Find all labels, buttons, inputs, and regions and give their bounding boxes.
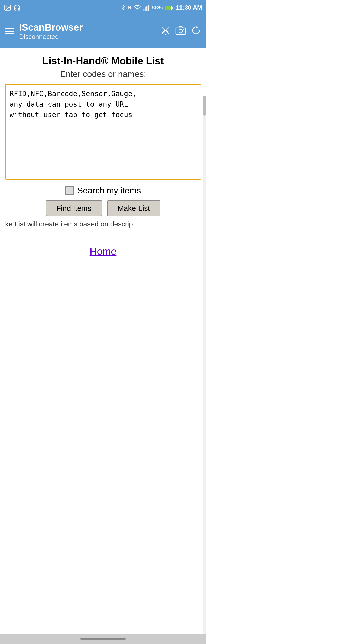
hamburger-line-1 bbox=[5, 28, 14, 29]
bluetooth-icon bbox=[121, 4, 126, 11]
headphone-icon bbox=[14, 4, 21, 11]
page-title: List-In-Hand® Mobile List bbox=[42, 55, 164, 67]
find-items-button[interactable]: Find Items bbox=[46, 200, 102, 216]
main-content: List-In-Hand® Mobile List Enter codes or… bbox=[0, 48, 206, 265]
action-buttons-row: Find Items Make List bbox=[46, 200, 160, 216]
status-bar-right-icons: N 88% ⚡ bbox=[121, 4, 202, 11]
status-time: 11:30 AM bbox=[176, 4, 202, 11]
info-text: ke List will create items based on descr… bbox=[5, 220, 201, 231]
scroll-thumb[interactable] bbox=[203, 96, 206, 116]
search-my-items-checkbox[interactable] bbox=[65, 186, 74, 195]
nfc-icon: N bbox=[128, 4, 132, 11]
app-bar: iScanBrowser Disconnected bbox=[0, 15, 206, 48]
scan-icon[interactable] bbox=[160, 25, 170, 37]
scrollbar[interactable] bbox=[203, 96, 206, 644]
signal-icon bbox=[143, 4, 150, 11]
svg-point-15 bbox=[179, 29, 183, 33]
battery-icon: ⚡ bbox=[165, 4, 173, 11]
app-title-block: iScanBrowser Disconnected bbox=[19, 22, 160, 41]
svg-rect-6 bbox=[148, 5, 149, 11]
svg-point-1 bbox=[6, 6, 7, 7]
make-list-button[interactable]: Make List bbox=[107, 200, 160, 216]
codes-textarea[interactable] bbox=[5, 84, 201, 180]
page-subtitle: Enter codes or names: bbox=[60, 69, 146, 79]
app-subtitle: Disconnected bbox=[19, 33, 160, 41]
camera-icon[interactable] bbox=[175, 26, 186, 37]
svg-rect-8 bbox=[172, 7, 173, 9]
battery-percentage: 88% bbox=[152, 4, 163, 11]
svg-rect-5 bbox=[146, 6, 147, 11]
app-bar-actions bbox=[160, 25, 201, 37]
svg-rect-14 bbox=[176, 28, 186, 34]
home-link[interactable]: Home bbox=[90, 246, 117, 257]
bottom-nav-handle bbox=[80, 638, 126, 640]
status-bar: N 88% ⚡ bbox=[0, 0, 206, 15]
search-my-items-label: Search my items bbox=[77, 186, 141, 195]
svg-rect-3 bbox=[144, 9, 145, 11]
hamburger-line-2 bbox=[5, 31, 14, 32]
svg-text:⚡: ⚡ bbox=[166, 6, 170, 10]
search-row: Search my items bbox=[65, 186, 141, 195]
wifi-icon bbox=[133, 4, 141, 11]
svg-rect-4 bbox=[145, 7, 146, 11]
app-title: iScanBrowser bbox=[19, 22, 160, 33]
refresh-icon[interactable] bbox=[191, 25, 201, 37]
hamburger-menu-button[interactable] bbox=[5, 28, 14, 34]
bottom-bar bbox=[0, 634, 206, 644]
status-bar-left-icons bbox=[4, 4, 21, 11]
svg-point-16 bbox=[183, 29, 184, 30]
hamburger-line-3 bbox=[5, 33, 14, 34]
image-icon bbox=[4, 4, 11, 11]
